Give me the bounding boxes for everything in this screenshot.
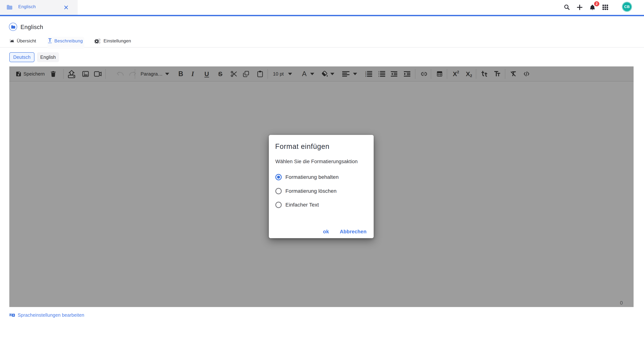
- svg-text:4: 4: [365, 75, 366, 77]
